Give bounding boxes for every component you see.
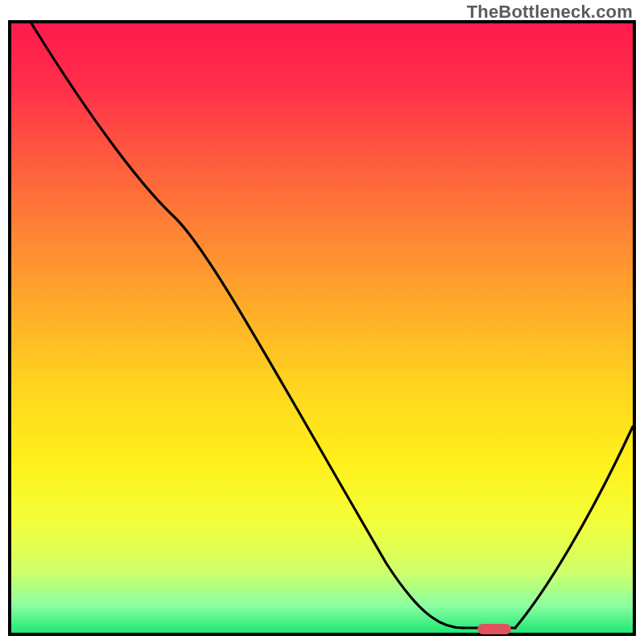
plot-area <box>11 23 633 633</box>
watermark-text: TheBottleneck.com <box>467 2 633 23</box>
chart-svg <box>0 0 644 644</box>
sweet-spot-marker <box>477 624 511 634</box>
